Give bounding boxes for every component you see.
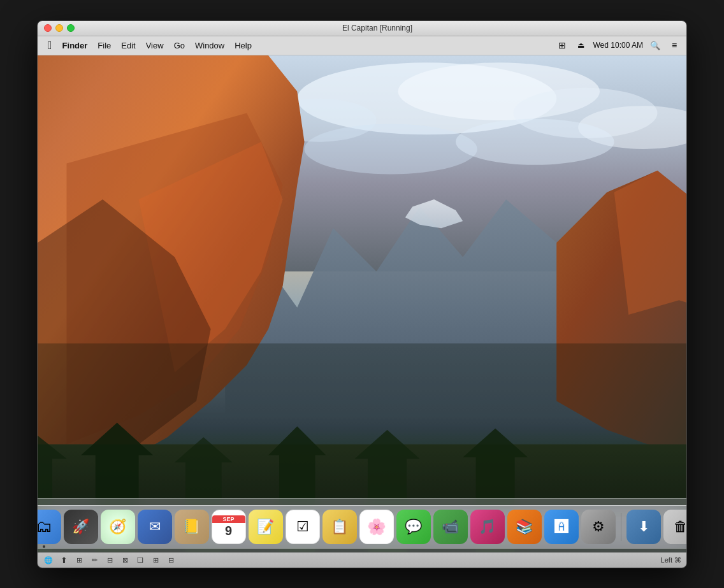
apple-menu[interactable]:  <box>43 39 57 52</box>
display-icon[interactable]: ⊞ <box>555 38 569 52</box>
dock-icon-contacts[interactable]: 📒 <box>175 510 209 544</box>
help-menu[interactable]: Help <box>229 39 257 52</box>
status-label: Left ⌘ <box>661 556 681 564</box>
status-bar: 🌐 ⬆ ⊞ ✏ ⊟ ⊠ ❏ ⊞ ⊟ Left ⌘ <box>38 552 686 568</box>
dock-icon-messages[interactable]: 💬 <box>396 510 431 544</box>
view-menu[interactable]: View <box>141 39 169 52</box>
dock-icon-itunes[interactable]: 🎵 <box>470 510 505 544</box>
wallpaper <box>38 55 686 552</box>
dock-icon-notes[interactable]: 📝 <box>249 510 283 544</box>
status-icon-collapse[interactable]: ⊟ <box>165 554 177 566</box>
dock-icon-sysprefs[interactable]: ⚙ <box>581 510 616 544</box>
dock-icon-ibooks[interactable]: 📚 <box>507 510 542 544</box>
eject-icon[interactable]: ⏏ <box>574 38 588 52</box>
notification-center-icon[interactable]: ≡ <box>667 38 681 52</box>
dock-icon-photos[interactable]: 🌸 <box>359 510 394 544</box>
dock-icon-mail[interactable]: ✉ <box>138 510 172 544</box>
minimize-button[interactable] <box>55 24 63 32</box>
status-icon-layout[interactable]: ❏ <box>134 554 146 566</box>
edit-menu[interactable]: Edit <box>116 39 140 52</box>
maximize-button[interactable] <box>67 24 75 32</box>
dock-icon-calendar[interactable]: SEP 9 <box>212 510 246 544</box>
dock-icon-downloads[interactable]: ⬇ <box>626 510 661 544</box>
status-icon-network[interactable]: 🌐 <box>43 554 54 566</box>
sky-layer <box>38 55 686 254</box>
dock-icon-reminders[interactable]: ☑ <box>286 510 320 544</box>
status-icon-edit[interactable]: ✏ <box>89 554 100 566</box>
menu-bar:  Finder File Edit View Go Window Help ⊞… <box>38 36 686 55</box>
clock-display: Wed 10:00 AM <box>593 41 644 50</box>
title-bar: El Capitan [Running] <box>38 21 686 36</box>
go-menu[interactable]: Go <box>169 39 190 52</box>
dock-container: 🗂 🚀 🧭 ✉ 📒 <box>38 498 686 552</box>
status-icon-zoom[interactable]: ⊞ <box>150 554 161 566</box>
traffic-lights <box>44 24 75 32</box>
dock-icon-launchpad[interactable]: 🚀 <box>64 510 98 544</box>
dock: 🗂 🚀 🧭 ✉ 📒 <box>38 505 686 549</box>
status-icon-display[interactable]: ⊞ <box>73 554 85 566</box>
finder-menu[interactable]: Finder <box>57 39 93 52</box>
dock-icon-trash[interactable]: 🗑 <box>663 510 687 544</box>
spotlight-icon[interactable]: 🔍 <box>648 38 662 52</box>
file-menu[interactable]: File <box>92 39 116 52</box>
close-button[interactable] <box>44 24 52 32</box>
dock-icon-safari[interactable]: 🧭 <box>101 510 135 544</box>
status-icon-snap[interactable]: ⊟ <box>104 554 115 566</box>
status-icon-usb[interactable]: ⬆ <box>58 554 69 566</box>
dock-icon-facetime[interactable]: 📹 <box>433 510 468 544</box>
window-title: El Capitan [Running] <box>75 24 680 32</box>
dock-separator <box>621 513 621 541</box>
dock-icon-appstore[interactable]: 🅰 <box>544 510 579 544</box>
window-menu[interactable]: Window <box>190 39 229 52</box>
vm-window: El Capitan [Running]  Finder File Edit … <box>37 20 687 568</box>
status-icon-vm[interactable]: ⊠ <box>119 554 131 566</box>
desktop: 🗂 🚀 🧭 ✉ 📒 <box>38 55 686 552</box>
menu-right: ⊞ ⏏ Wed 10:00 AM 🔍 ≡ <box>555 38 682 52</box>
dock-icon-finder[interactable]: 🗂 <box>38 510 61 544</box>
dock-icon-stickies[interactable]: 📋 <box>322 510 357 544</box>
